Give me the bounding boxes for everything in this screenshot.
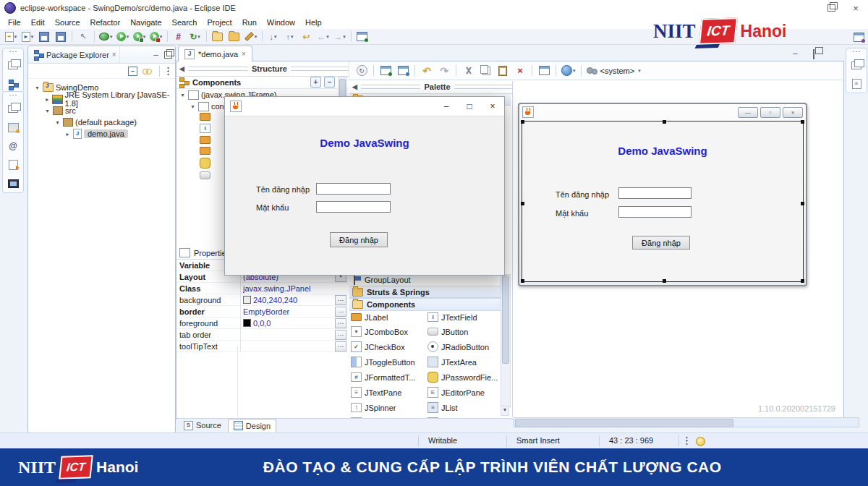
reparse-button[interactable]: ↻: [354, 63, 370, 78]
collapse-structure-button[interactable]: ◀: [179, 65, 184, 72]
save-all-button[interactable]: [53, 29, 69, 44]
app-minimize-button[interactable]: –: [435, 97, 458, 116]
collapse-all-button[interactable]: –: [324, 77, 335, 88]
new-button[interactable]: +▾: [3, 29, 19, 44]
app-maximize-button[interactable]: □: [458, 97, 481, 116]
property-value[interactable]: 0,0,0: [240, 317, 335, 328]
palette-item-jlist[interactable]: ≡JList: [427, 402, 500, 413]
design-contentpane[interactable]: Demo JavaSwing Tên đăng nhập Mật khẩu Đă…: [522, 121, 804, 282]
palette-item-jspinner[interactable]: ↕JSpinner: [351, 402, 427, 413]
open-perspective-button[interactable]: [354, 29, 370, 44]
palette-item-jbutton[interactable]: JButton: [427, 326, 500, 337]
collapse-all-button[interactable]: –: [128, 67, 137, 76]
palette-item-jformattedtextfield[interactable]: #JFormattedT...: [351, 372, 427, 383]
menu-window[interactable]: Window: [262, 18, 300, 27]
design-username-label[interactable]: Tên đăng nhập: [556, 190, 609, 199]
jbutton-node-icon[interactable]: [200, 171, 210, 179]
expander-icon[interactable]: ▸: [64, 131, 71, 137]
prev-annotation-button[interactable]: ↑▾: [282, 29, 298, 44]
redo-button[interactable]: ↷: [436, 63, 452, 78]
palette-item-jlabel[interactable]: JLabel: [351, 312, 427, 322]
jlabel-node-icon[interactable]: [200, 147, 210, 155]
property-value[interactable]: javax.swing.JPanel: [240, 283, 348, 294]
design-jframe[interactable]: — ▫ × Demo JavaSwing Tên đăng nhập Mật k…: [518, 103, 807, 286]
expander-icon[interactable]: ▾: [190, 103, 196, 110]
java-perspective-button[interactable]: [851, 30, 867, 45]
menu-help[interactable]: Help: [300, 18, 327, 27]
palette-category-components[interactable]: Components: [349, 298, 511, 311]
design-username-field[interactable]: [618, 187, 692, 199]
structure-contentpane-node[interactable]: ▾ con: [190, 101, 224, 112]
format-button[interactable]: ▾: [243, 29, 259, 44]
new-class-button[interactable]: ▸▾: [20, 29, 35, 44]
expander-icon[interactable]: ▾: [44, 108, 51, 114]
palette-scroll-down-button[interactable]: ▾: [501, 406, 509, 416]
design-title-label[interactable]: Demo JavaSwing: [522, 145, 803, 157]
save-button[interactable]: [36, 29, 52, 44]
minimize-editor-button[interactable]: –: [793, 48, 798, 59]
paste-button[interactable]: [495, 63, 511, 78]
expander-icon[interactable]: ▾: [54, 119, 61, 126]
collapse-palette-button[interactable]: ◀: [352, 83, 357, 90]
palette-item-jtextarea[interactable]: JTextArea: [427, 357, 500, 367]
jpasswordfield-node-icon[interactable]: [200, 158, 210, 169]
menu-refactor[interactable]: Refactor: [85, 18, 126, 27]
preview-hscrollbar[interactable]: [514, 417, 859, 427]
palette-item-jtogglebutton[interactable]: JToggleButton: [351, 357, 427, 367]
palette-item-jradiobutton[interactable]: JRadioButton: [427, 341, 500, 352]
palette-item-jtextpane[interactable]: ≡JTextPane: [351, 387, 427, 398]
screenshot-view-button[interactable]: [6, 121, 20, 134]
close-view-icon[interactable]: ×: [112, 51, 116, 59]
expander-icon[interactable]: ▾: [34, 85, 41, 91]
palette-item-jpasswordfield[interactable]: JPasswordFie...: [427, 372, 500, 383]
last-edit-button[interactable]: ↩: [299, 29, 315, 44]
palette-item-grouplayout[interactable]: GroupLayout: [352, 274, 497, 286]
jlabel-node-icon[interactable]: [200, 136, 210, 144]
run-button[interactable]: ▾: [115, 29, 131, 44]
menu-file[interactable]: File: [3, 18, 26, 27]
next-annotation-button[interactable]: ↓▾: [265, 29, 281, 44]
restore-views-button-right[interactable]: [849, 59, 864, 72]
test-window-button[interactable]: [378, 63, 393, 78]
console-view-button[interactable]: [6, 177, 20, 190]
maximize-pane-button[interactable]: [164, 51, 172, 59]
edit-property-button[interactable]: …: [335, 307, 346, 317]
restore-views-button[interactable]: [6, 59, 20, 72]
menu-source[interactable]: Source: [50, 18, 85, 27]
window-close-button[interactable]: ×: [843, 0, 868, 16]
javadoc-view-button[interactable]: [6, 158, 20, 171]
property-value[interactable]: [240, 341, 335, 351]
run-coverage-button[interactable]: ▾: [132, 29, 148, 44]
property-value[interactable]: [240, 329, 335, 340]
property-value[interactable]: EmptyBorder: [240, 306, 335, 317]
design-login-button[interactable]: Đăng nhập: [632, 236, 690, 250]
undo-button[interactable]: ↶: [419, 63, 435, 78]
expander-icon[interactable]: ▾: [179, 92, 186, 98]
design-password-field[interactable]: [618, 206, 692, 218]
design-password-label[interactable]: Mật khẩu: [556, 209, 588, 218]
copy-button[interactable]: [477, 63, 493, 78]
mark-occurrences-button[interactable]: ↖: [75, 29, 91, 44]
restore-views-button-2[interactable]: [6, 102, 20, 115]
maximize-editor-button[interactable]: [813, 49, 814, 59]
palette-category-struts[interactable]: Struts & Springs: [349, 286, 511, 298]
palette-item-jtextfield[interactable]: IJTextField: [427, 312, 500, 322]
palette-item-jeditorpane[interactable]: EJEditorPane: [427, 387, 500, 398]
tree-item-default-package[interactable]: ▾ (default package): [28, 116, 175, 128]
property-value[interactable]: 240,240,240: [240, 294, 335, 305]
minimize-pane-button[interactable]: –: [153, 50, 158, 60]
jlabel-node-icon[interactable]: [200, 113, 210, 121]
design-tab[interactable]: Design: [228, 419, 276, 432]
new-visual-class-button[interactable]: #: [171, 29, 187, 44]
source-tab[interactable]: S Source: [179, 419, 226, 432]
expander-icon[interactable]: ▸: [44, 96, 50, 103]
view-menu-button[interactable]: [167, 67, 169, 76]
tree-item-jre[interactable]: ▸ JRE System Library [JavaSE-1.8]: [28, 93, 175, 105]
package-explorer-tab[interactable]: Package Explorer ×: [31, 46, 120, 63]
close-tab-icon[interactable]: ×: [242, 50, 246, 58]
menu-project[interactable]: Project: [202, 18, 237, 27]
tree-item-demo-java[interactable]: ▸ J demo.java: [28, 128, 175, 140]
tip-lightbulb-icon[interactable]: [696, 437, 705, 446]
refresh-button[interactable]: ↻▾: [187, 29, 203, 44]
palette-item-jcombobox[interactable]: ▾JComboBox: [351, 326, 427, 337]
